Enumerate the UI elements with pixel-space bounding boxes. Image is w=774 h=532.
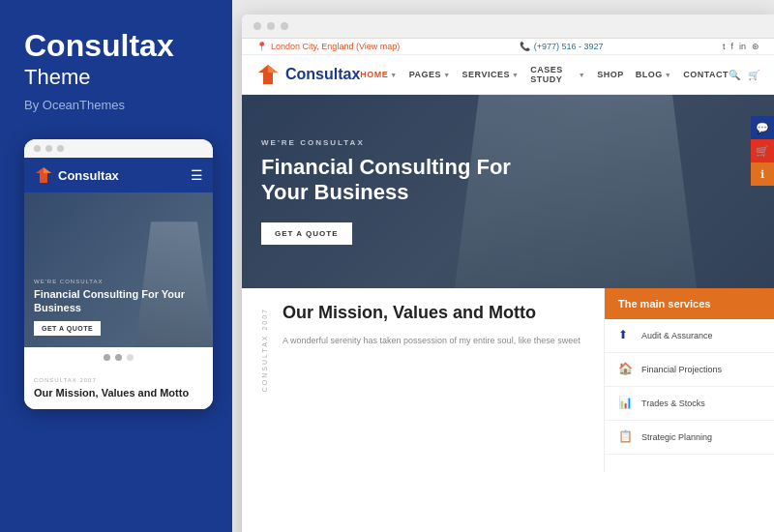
desktop-content: CONSULTAX 2007 Our Mission, Values and M… (242, 288, 774, 472)
brand-by: By OceanThemes (24, 98, 208, 112)
hero-title: Financial Consulting For Your Business (261, 155, 513, 206)
nav-link-cases[interactable]: CASES STUDY ▼ (530, 65, 585, 84)
browser-dot-2 (267, 22, 275, 30)
rss-icon[interactable]: ⊛ (752, 42, 759, 51)
cart-icon[interactable]: 🛒 (748, 70, 759, 80)
nav-link-shop[interactable]: SHOP (597, 70, 624, 79)
content-desc: A wonderful serenity has taken possessio… (283, 334, 584, 347)
desktop-nav-main: Consultax HOME ▼ PAGES ▼ SERVICES ▼ CASE… (242, 55, 774, 95)
service-item-trades[interactable]: 📊 Trades & Stocks (605, 387, 774, 421)
right-panel: 📍 London City, England (View map) 📞 (+97… (232, 0, 774, 532)
mobile-pre-title: WE'RE CONSULTAX (34, 279, 203, 284)
phone-icon: 📞 (520, 42, 530, 51)
mobile-top-bar (24, 139, 213, 158)
brand-title: Consultax (24, 29, 208, 63)
service-label-strategic: Strategic Planning (641, 432, 712, 442)
left-panel: Consultax Theme By OceanThemes Consultax… (0, 0, 232, 532)
phone-text: 📞 (+977) 516 - 3927 (520, 42, 604, 51)
search-icon[interactable]: 🔍 (729, 70, 740, 80)
nav-link-home[interactable]: HOME ▼ (360, 70, 397, 79)
mobile-mockup: Consultax ☰ WE'RE CONSULTAX Financial Co… (24, 139, 213, 409)
mobile-dots-bar (24, 347, 213, 368)
action-btn-chat[interactable]: 💬 (751, 116, 774, 139)
nav-link-blog[interactable]: BLOG ▼ (636, 70, 671, 79)
nav-link-services[interactable]: SERVICES ▼ (462, 70, 520, 79)
service-label-financial: Financial Projections (641, 365, 722, 374)
browser-dot-1 (253, 22, 261, 30)
action-btn-cart[interactable]: 🛒 (751, 139, 774, 163)
desktop-nav-links: HOME ▼ PAGES ▼ SERVICES ▼ CASES STUDY ▼ … (360, 65, 729, 84)
linkedin-icon[interactable]: in (739, 42, 746, 51)
service-item-strategic[interactable]: 📋 Strategic Planning (605, 421, 774, 455)
mobile-dot-1 (34, 145, 41, 152)
audit-icon: ⬆ (618, 328, 634, 343)
mobile-nav-dot-2[interactable] (115, 354, 122, 361)
mobile-nav-dot-3[interactable] (127, 354, 134, 361)
mobile-hero: WE'RE CONSULTAX Financial Consulting For… (24, 192, 213, 347)
nav-link-contact[interactable]: CONTACT (683, 70, 729, 79)
strategic-icon: 📋 (618, 429, 634, 445)
browser-dot-3 (281, 22, 288, 30)
desktop-logo-icon (256, 63, 280, 86)
nav-link-pages[interactable]: PAGES ▼ (409, 70, 451, 79)
desktop-hero: WE'RE CONSULTAX Financial Consulting For… (242, 95, 774, 288)
action-btn-info[interactable]: ℹ (751, 163, 774, 186)
chevron-down-icon: ▼ (512, 72, 519, 78)
services-sidebar: The main services ⬆ Audit & Assurance 🏠 … (605, 288, 774, 472)
location-text: 📍 London City, England (View map) (256, 42, 400, 51)
hero-pre-title: WE'RE CONSULTAX (261, 138, 513, 147)
content-title: Our Mission, Values and Motto (283, 303, 584, 324)
chevron-down-icon: ▼ (443, 72, 450, 78)
location-pin-icon: 📍 (256, 42, 267, 51)
mobile-dot-3 (57, 145, 64, 152)
desktop-logo-area: Consultax (256, 63, 360, 86)
service-label-trades: Trades & Stocks (641, 399, 705, 408)
service-item-audit[interactable]: ⬆ Audit & Assurance (605, 319, 774, 353)
svg-marker-1 (44, 167, 51, 173)
brand-subtitle: Theme (24, 65, 208, 90)
hamburger-icon[interactable]: ☰ (191, 167, 203, 183)
chevron-down-icon: ▼ (390, 72, 397, 78)
mobile-brand-name: Consultax (58, 168, 119, 183)
chevron-down-icon: ▼ (665, 72, 671, 78)
mobile-mission-pre: CONSULTAX 2007 (34, 377, 203, 383)
mobile-logo-icon (34, 165, 53, 185)
browser-mockup: 📍 London City, England (View map) 📞 (+97… (242, 15, 774, 532)
service-item-financial[interactable]: 🏠 Financial Projections (605, 353, 774, 387)
chevron-down-icon: ▼ (579, 72, 585, 78)
mobile-nav: Consultax ☰ (24, 158, 213, 192)
twitter-icon[interactable]: t (723, 42, 726, 51)
content-body: Our Mission, Values and Motto A wonderfu… (283, 303, 584, 347)
desktop-nav-icons: 🔍 🛒 (729, 70, 759, 80)
desktop-brand-name: Consultax (285, 66, 360, 83)
hero-cta-button[interactable]: GET A QUOTE (261, 222, 352, 245)
mobile-logo-area: Consultax (34, 165, 119, 185)
facebook-icon[interactable]: f (730, 42, 733, 51)
mobile-dot-2 (45, 145, 52, 152)
service-label-audit: Audit & Assurance (641, 331, 713, 340)
content-pre: CONSULTAX 2007 (261, 308, 268, 392)
content-main: CONSULTAX 2007 Our Mission, Values and M… (242, 288, 605, 472)
services-header: The main services (605, 288, 774, 319)
hero-content: WE'RE CONSULTAX Financial Consulting For… (261, 138, 513, 246)
desktop-nav-top: 📍 London City, England (View map) 📞 (+97… (242, 39, 774, 55)
mobile-cta-button[interactable]: GET A QUOTE (34, 321, 101, 336)
mobile-nav-dot-1[interactable] (104, 354, 110, 361)
mobile-mission-title: Our Mission, Values and Motto (34, 386, 203, 399)
mobile-mission: CONSULTAX 2007 Our Mission, Values and M… (24, 368, 213, 409)
mobile-hero-title: Financial Consulting For Your Business (34, 287, 203, 315)
right-action-bar: 💬 🛒 ℹ (751, 116, 774, 186)
financial-icon: 🏠 (618, 362, 634, 377)
svg-marker-3 (268, 65, 278, 73)
social-icons: t f in ⊛ (723, 42, 759, 51)
trades-icon: 📊 (618, 396, 634, 411)
browser-top-bar (242, 15, 774, 39)
